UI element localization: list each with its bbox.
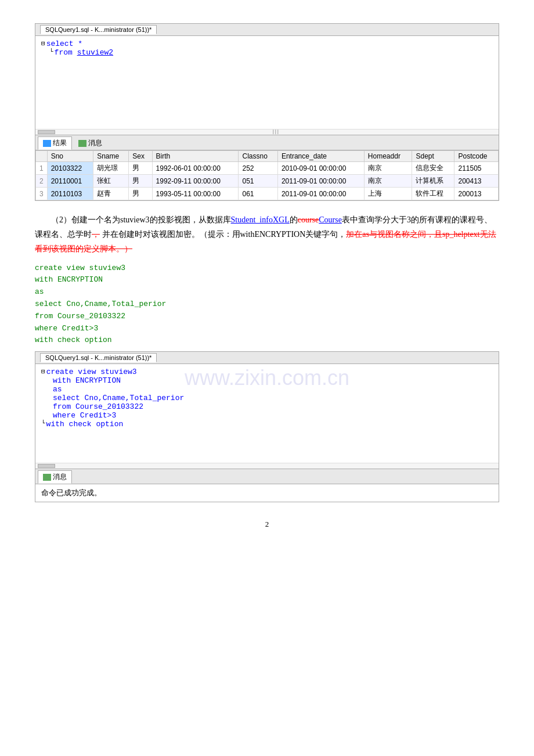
code2-line1: create view stuview3 [35,262,499,275]
tree-collapse-icon: ⊟ [41,39,45,47]
data-cell: 20103322 [47,162,93,175]
table-row: 120103322胡光璟男1992-06-01 00:00:002522010-… [36,162,499,175]
tree-collapse-icon-2: ⊟ [41,368,45,375]
data-cell: 上海 [364,188,412,200]
tab-results-1[interactable]: 结果 [38,136,72,150]
col-sdept: Sdept [412,151,454,162]
data-cell: 计算机系 [412,175,454,188]
result-tabs-2: 消息 [35,469,499,484]
messages-icon-2 [43,474,51,481]
messages-label-1: 消息 [88,138,102,148]
code2-line6: where Credit>3 [35,323,499,335]
sql-w2-line4: select Cno,Cname,Total_perior [53,394,493,402]
sql-w2-check: with check option [46,420,124,429]
code-block-2: create view stuview3 with ENCRYPTION as … [35,262,499,347]
code2-line5: from Course_20103322 [35,311,499,323]
sql-window-1: SQLQuery1.sql - K...ministrator (51))* ⊟… [35,23,499,201]
desc2-db-link[interactable]: Student_info [231,215,273,224]
result-tabs-1: 结果 消息 [35,135,499,150]
hscroll-thumb-2[interactable] [38,464,55,468]
data-cell: 1993-05-11 00:00:00 [152,188,239,200]
data-cell: 1992-09-11 00:00:00 [152,175,239,188]
kw-select: select * [46,39,82,48]
data-cell: 051 [239,175,277,188]
desc2-db-link2: XGL [273,215,290,224]
data-cell: 2011-09-01 00:00:00 [277,175,364,188]
data-cell: 1992-06-01 00:00:00 [152,162,239,175]
table-header-row: Sno Sname Sex Birth Classno Entrance_dat… [36,151,499,162]
code2-line2: with ENCRYPTION [35,274,499,286]
sql-tree-w2-last: └ with check option [41,420,493,429]
data-cell: 南京 [364,175,412,188]
results-table-container-1[interactable]: Sno Sname Sex Birth Classno Entrance_dat… [35,150,499,200]
sql-w2-indent: with ENCRYPTION as select Cno,Cname,Tota… [41,376,493,420]
messages-icon-1 [78,140,86,147]
desc2-suffix2: 并在创建时对该视图加密。（提示：用withENCRYPTION关键字句， [100,230,346,239]
sql-editor-1[interactable]: ⊟ select * └ from stuview2 [35,36,499,129]
sql-line-select: select * [46,39,82,48]
row-num-cell: 2 [36,175,48,188]
sql-w2-line6: where Credit>3 [53,411,493,420]
table-row: 220110001张虹男1992-09-11 00:00:000512011-0… [36,175,499,188]
desc-paragraph-2: （2）创建一个名为stuview3的投影视图，从数据库Student_infoX… [35,213,499,257]
sql-editor-2[interactable]: ⊟ create view stuview3 with ENCRYPTION a… [35,364,499,463]
messages-label-2: 消息 [53,472,67,482]
tree-branch-last-icon: └ [41,420,45,427]
data-cell: 张虹 [93,175,129,188]
code2-line3: as [35,286,499,298]
tab-messages-2[interactable]: 消息 [38,470,72,484]
sql-window-2: SQLQuery1.sql - K...ministrator (51))* ⊟… [35,351,499,502]
col-classno: Classno [239,151,277,162]
col-sex: Sex [129,151,152,162]
tree-branch-icon: └ [49,48,53,55]
col-homeaddr: Homeaddr [364,151,412,162]
col-birth: Birth [152,151,239,162]
sql-w2-line3: as [53,385,493,394]
col-sname: Sname [93,151,129,162]
data-cell: 胡光璟 [93,162,129,175]
sql-window-1-title: SQLQuery1.sql - K...ministrator (51))* [35,24,499,36]
desc2-link2[interactable]: Course [319,215,342,224]
data-cell: 2011-09-01 00:00:00 [277,188,364,200]
sql-w2-kw-create: create view stuview3 [46,368,137,376]
sql-w2-line2: with ENCRYPTION [53,376,493,385]
sql-line-from: from stuview2 [55,48,113,57]
hscroll-thumb-1[interactable] [38,130,55,134]
sql-tree-item-2: └ from stuview2 [41,48,493,57]
data-cell: 男 [129,175,152,188]
data-cell: 061 [239,188,277,200]
sql-w2-line5: from Course_20103322 [53,402,493,411]
data-cell: 200013 [454,188,499,200]
sql-tab-1[interactable]: SQLQuery1.sql - K...ministrator (51))* [40,25,157,34]
data-cell: 252 [239,162,277,175]
col-entrance-date: Entrance_date [277,151,364,162]
col-rownum [36,151,48,162]
msg-content-2: 命令已成功完成。 [41,488,102,497]
code2-line4: select Cno,Cname,Total_perior [35,298,499,311]
page-content: SQLQuery1.sql - K...ministrator (51))* ⊟… [35,23,499,529]
desc2-strike1: course [298,215,319,224]
data-cell: 20110001 [47,175,93,188]
col-sno: Sno [47,151,93,162]
data-cell: 2010-09-01 00:00:00 [277,162,364,175]
page-number: 2 [35,520,499,529]
data-cell: 211505 [454,162,499,175]
desc2-strike2: ， [92,230,100,239]
data-cell: 信息安全 [412,162,454,175]
hscroll-area-1[interactable]: ⁞⁞⁞ [35,129,499,135]
data-cell: 男 [129,162,152,175]
sql-window-2-title: SQLQuery1.sql - K...ministrator (51))* [35,352,499,364]
sql-tree-w2-1: ⊟ create view stuview3 [41,368,493,376]
sql-table-name: stuview2 [77,48,113,57]
hscroll-area-2[interactable] [35,463,499,469]
kw-from: from [55,48,77,57]
data-cell: 200413 [454,175,499,188]
tab-messages-1[interactable]: 消息 [73,136,107,150]
sql-tab-2[interactable]: SQLQuery1.sql - K...ministrator (51))* [40,353,157,362]
data-cell: 男 [129,188,152,200]
scroll-dots-1: ⁞⁞⁞ [55,128,496,136]
code2-line7: with check option [35,334,499,347]
results-icon-1 [43,140,51,147]
data-cell: 赵青 [93,188,129,200]
msg-area-2: 命令已成功完成。 [35,484,499,502]
